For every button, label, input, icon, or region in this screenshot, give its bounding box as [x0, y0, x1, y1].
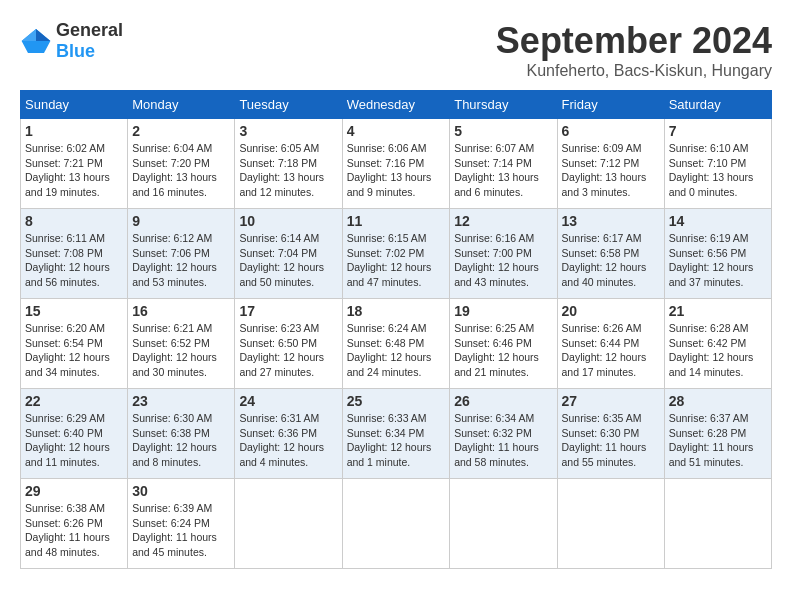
- day-number: 25: [347, 393, 446, 409]
- day-info-line: Sunrise: 6:31 AM: [239, 412, 319, 424]
- day-info: Sunrise: 6:29 AMSunset: 6:40 PMDaylight:…: [25, 411, 123, 470]
- day-info-line: Daylight: 11 hours: [669, 441, 754, 453]
- weekday-header-monday: Monday: [128, 91, 235, 119]
- day-info-line: and 48 minutes.: [25, 546, 100, 558]
- weekday-header-tuesday: Tuesday: [235, 91, 342, 119]
- day-info-line: Sunrise: 6:21 AM: [132, 322, 212, 334]
- day-info-line: Daylight: 11 hours: [25, 531, 110, 543]
- day-cell-28: 28Sunrise: 6:37 AMSunset: 6:28 PMDayligh…: [664, 389, 771, 479]
- day-info-line: and 58 minutes.: [454, 456, 529, 468]
- day-info-line: Sunset: 6:58 PM: [562, 247, 640, 259]
- day-cell-15: 15Sunrise: 6:20 AMSunset: 6:54 PMDayligh…: [21, 299, 128, 389]
- day-info-line: and 9 minutes.: [347, 186, 416, 198]
- day-info-line: Sunset: 6:46 PM: [454, 337, 532, 349]
- day-info-line: Sunset: 7:20 PM: [132, 157, 210, 169]
- day-number: 5: [454, 123, 552, 139]
- day-info-line: Daylight: 12 hours: [239, 441, 324, 453]
- day-info-line: Sunrise: 6:39 AM: [132, 502, 212, 514]
- empty-cell: [450, 479, 557, 569]
- day-info-line: Sunset: 7:21 PM: [25, 157, 103, 169]
- day-info-line: Daylight: 13 hours: [347, 171, 432, 183]
- day-number: 2: [132, 123, 230, 139]
- day-info-line: Sunset: 7:12 PM: [562, 157, 640, 169]
- page-header: General Blue September 2024 Kunfeherto, …: [20, 20, 772, 80]
- calendar-week-1: 1Sunrise: 6:02 AMSunset: 7:21 PMDaylight…: [21, 119, 772, 209]
- day-info-line: Sunset: 6:26 PM: [25, 517, 103, 529]
- day-info-line: Sunset: 6:36 PM: [239, 427, 317, 439]
- day-cell-22: 22Sunrise: 6:29 AMSunset: 6:40 PMDayligh…: [21, 389, 128, 479]
- empty-cell: [557, 479, 664, 569]
- day-info-line: and 55 minutes.: [562, 456, 637, 468]
- day-number: 10: [239, 213, 337, 229]
- day-cell-19: 19Sunrise: 6:25 AMSunset: 6:46 PMDayligh…: [450, 299, 557, 389]
- day-info-line: Sunrise: 6:26 AM: [562, 322, 642, 334]
- day-number: 21: [669, 303, 767, 319]
- day-cell-21: 21Sunrise: 6:28 AMSunset: 6:42 PMDayligh…: [664, 299, 771, 389]
- day-info-line: and 11 minutes.: [25, 456, 100, 468]
- day-info: Sunrise: 6:24 AMSunset: 6:48 PMDaylight:…: [347, 321, 446, 380]
- svg-marker-1: [36, 29, 50, 41]
- day-number: 26: [454, 393, 552, 409]
- location: Kunfeherto, Bacs-Kiskun, Hungary: [496, 62, 772, 80]
- day-info-line: Sunset: 7:14 PM: [454, 157, 532, 169]
- day-info-line: Daylight: 12 hours: [347, 351, 432, 363]
- day-info-line: and 45 minutes.: [132, 546, 207, 558]
- day-info-line: Daylight: 13 hours: [562, 171, 647, 183]
- day-info-line: Sunrise: 6:10 AM: [669, 142, 749, 154]
- day-info: Sunrise: 6:35 AMSunset: 6:30 PMDaylight:…: [562, 411, 660, 470]
- day-info: Sunrise: 6:07 AMSunset: 7:14 PMDaylight:…: [454, 141, 552, 200]
- day-info-line: and 56 minutes.: [25, 276, 100, 288]
- day-info-line: Sunset: 6:28 PM: [669, 427, 747, 439]
- day-info-line: Daylight: 12 hours: [347, 441, 432, 453]
- day-cell-20: 20Sunrise: 6:26 AMSunset: 6:44 PMDayligh…: [557, 299, 664, 389]
- day-info-line: Daylight: 12 hours: [25, 351, 110, 363]
- day-info: Sunrise: 6:34 AMSunset: 6:32 PMDaylight:…: [454, 411, 552, 470]
- day-info: Sunrise: 6:28 AMSunset: 6:42 PMDaylight:…: [669, 321, 767, 380]
- day-info-line: Daylight: 12 hours: [25, 261, 110, 273]
- day-info: Sunrise: 6:37 AMSunset: 6:28 PMDaylight:…: [669, 411, 767, 470]
- day-info-line: Sunset: 6:32 PM: [454, 427, 532, 439]
- day-info-line: Daylight: 12 hours: [669, 351, 754, 363]
- day-number: 11: [347, 213, 446, 229]
- day-info: Sunrise: 6:38 AMSunset: 6:26 PMDaylight:…: [25, 501, 123, 560]
- day-info-line: Daylight: 13 hours: [669, 171, 754, 183]
- day-cell-6: 6Sunrise: 6:09 AMSunset: 7:12 PMDaylight…: [557, 119, 664, 209]
- day-cell-3: 3Sunrise: 6:05 AMSunset: 7:18 PMDaylight…: [235, 119, 342, 209]
- day-info-line: Sunset: 6:24 PM: [132, 517, 210, 529]
- day-info-line: and 50 minutes.: [239, 276, 314, 288]
- day-info-line: Sunset: 7:16 PM: [347, 157, 425, 169]
- logo-general: General: [56, 20, 123, 40]
- day-number: 27: [562, 393, 660, 409]
- day-number: 23: [132, 393, 230, 409]
- day-cell-4: 4Sunrise: 6:06 AMSunset: 7:16 PMDaylight…: [342, 119, 450, 209]
- day-info-line: Sunset: 6:38 PM: [132, 427, 210, 439]
- day-info-line: Sunset: 6:30 PM: [562, 427, 640, 439]
- calendar-week-2: 8Sunrise: 6:11 AMSunset: 7:08 PMDaylight…: [21, 209, 772, 299]
- day-info-line: Sunrise: 6:28 AM: [669, 322, 749, 334]
- day-info-line: Sunset: 7:02 PM: [347, 247, 425, 259]
- day-info-line: Daylight: 13 hours: [132, 171, 217, 183]
- day-cell-14: 14Sunrise: 6:19 AMSunset: 6:56 PMDayligh…: [664, 209, 771, 299]
- day-info-line: Sunrise: 6:04 AM: [132, 142, 212, 154]
- day-info-line: and 19 minutes.: [25, 186, 100, 198]
- day-info-line: and 30 minutes.: [132, 366, 207, 378]
- day-info: Sunrise: 6:20 AMSunset: 6:54 PMDaylight:…: [25, 321, 123, 380]
- day-info: Sunrise: 6:19 AMSunset: 6:56 PMDaylight:…: [669, 231, 767, 290]
- day-info: Sunrise: 6:14 AMSunset: 7:04 PMDaylight:…: [239, 231, 337, 290]
- calendar-week-4: 22Sunrise: 6:29 AMSunset: 6:40 PMDayligh…: [21, 389, 772, 479]
- calendar-body: 1Sunrise: 6:02 AMSunset: 7:21 PMDaylight…: [21, 119, 772, 569]
- day-info-line: Sunset: 6:54 PM: [25, 337, 103, 349]
- day-info-line: Daylight: 12 hours: [347, 261, 432, 273]
- day-info-line: and 43 minutes.: [454, 276, 529, 288]
- calendar-week-5: 29Sunrise: 6:38 AMSunset: 6:26 PMDayligh…: [21, 479, 772, 569]
- day-info-line: Sunset: 7:08 PM: [25, 247, 103, 259]
- day-cell-5: 5Sunrise: 6:07 AMSunset: 7:14 PMDaylight…: [450, 119, 557, 209]
- day-info-line: Sunset: 6:50 PM: [239, 337, 317, 349]
- day-info-line: and 6 minutes.: [454, 186, 523, 198]
- day-cell-18: 18Sunrise: 6:24 AMSunset: 6:48 PMDayligh…: [342, 299, 450, 389]
- day-info-line: Sunrise: 6:37 AM: [669, 412, 749, 424]
- empty-cell: [342, 479, 450, 569]
- day-info-line: and 34 minutes.: [25, 366, 100, 378]
- day-info-line: Sunrise: 6:20 AM: [25, 322, 105, 334]
- day-info-line: and 24 minutes.: [347, 366, 422, 378]
